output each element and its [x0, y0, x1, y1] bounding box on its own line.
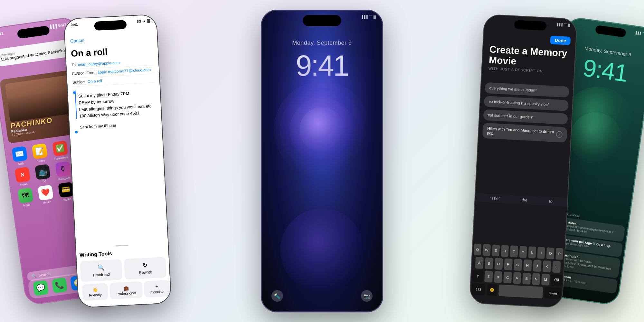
phone-4-done-button[interactable]: Done	[550, 36, 571, 45]
key-emoji[interactable]: 😊	[487, 284, 497, 296]
suggestion-the[interactable]: the	[522, 197, 528, 203]
dock-phone[interactable]: 📞	[52, 277, 68, 293]
phone-2-wt-title: Writing Tools	[80, 248, 166, 258]
key-Z[interactable]: Z	[484, 270, 493, 282]
phone-4-title-main: Create a Memory Movie	[488, 44, 569, 69]
phone-2: 9:41 5G ▲ ▓ Cancel On a roll To: brian_c…	[63, 14, 172, 308]
phone-1-time: 9:41	[0, 31, 4, 37]
flashlight-icon-circle: 🔦	[271, 290, 283, 302]
key-Q[interactable]: Q	[474, 243, 482, 255]
key-shift[interactable]: ⇧	[472, 270, 483, 282]
phone-2-wt-rewrite[interactable]: ↻ Rewrite	[124, 257, 166, 280]
key-S[interactable]: S	[485, 257, 493, 269]
rewrite-icon: ↻	[143, 262, 148, 269]
key-B[interactable]: B	[522, 272, 531, 284]
key-U[interactable]: U	[528, 246, 536, 258]
key-P[interactable]: P	[555, 248, 564, 260]
phone-4-input-bubble[interactable]: Hikes with Tim and Marie, set to dream p…	[482, 123, 567, 143]
phone-2-cancel[interactable]: Cancel	[70, 34, 152, 43]
phone-4-wifi-icon: ⌒	[564, 23, 567, 27]
keyboard-row-4: 123 😊 return	[471, 283, 562, 299]
wallet-icon: 💳	[58, 182, 74, 198]
app-podcasts[interactable]: 🎙 Podcasts	[55, 161, 72, 181]
search-placeholder: Search	[38, 271, 51, 278]
phone-3-wrapper: ▐▐▐ ⌒ ▓ Monday, September 9 9:41	[261, 10, 383, 312]
phone-icon: 📞	[52, 277, 68, 293]
app-notes-label: Notes	[37, 159, 45, 163]
phone-2-body-container: Sushi my place Friday 7PMRSVP by tomorro…	[73, 86, 156, 130]
phone-2-rewrite-label: Rewrite	[139, 270, 152, 275]
phone-2-screen: 9:41 5G ▲ ▓ Cancel On a roll To: brian_c…	[64, 14, 171, 308]
app-news[interactable]: N News	[14, 167, 31, 187]
key-X[interactable]: X	[494, 271, 502, 283]
key-space[interactable]	[498, 285, 543, 298]
dock-messages[interactable]: 💬	[33, 280, 49, 296]
phone-2-professional-label: Professional	[116, 291, 136, 296]
signal-icon: ▐▐▐	[49, 24, 57, 29]
phone-3-flashlight-icon[interactable]: 🔦	[271, 290, 283, 302]
key-G[interactable]: G	[514, 259, 522, 271]
phone-4-screen: ▐▐▐ ⌒ ▓ Done Create a Memory Movie WITH …	[470, 14, 577, 308]
key-J[interactable]: J	[533, 260, 542, 272]
key-A[interactable]: A	[475, 257, 484, 269]
app-health-label: Health	[43, 200, 51, 204]
phone-2-body-text[interactable]: Sushi my place Friday 7PMRSVP by tomorro…	[78, 89, 156, 120]
app-health[interactable]: ❤️ Health	[38, 185, 54, 205]
key-K[interactable]: K	[543, 260, 551, 272]
app-reminders[interactable]: ✅ Reminders	[52, 140, 69, 161]
news-n-icon: N	[20, 172, 25, 178]
key-I[interactable]: I	[537, 247, 545, 259]
app-maps-label: Maps	[23, 203, 30, 207]
phone-4-title-block: Create a Memory Movie WITH JUST A DESCRI…	[488, 44, 569, 74]
phone-2-wt-friendly[interactable]: 👋 Friendly	[82, 283, 109, 301]
key-O[interactable]: O	[546, 247, 554, 259]
phone-4-battery-icon: ▓	[568, 23, 570, 26]
key-L[interactable]: L	[552, 261, 561, 273]
phone-3-orbs	[274, 81, 370, 178]
key-delete[interactable]: ⌫	[551, 274, 562, 286]
app-podcasts-label: Podcasts	[58, 176, 71, 181]
key-H[interactable]: H	[523, 259, 532, 271]
phone-3: ▐▐▐ ⌒ ▓ Monday, September 9 9:41	[261, 10, 383, 312]
proofread-icon: 🔍	[97, 264, 105, 271]
key-T[interactable]: T	[510, 245, 518, 257]
reminders-icon: ✅	[52, 140, 68, 156]
phone-2-network: 5G	[137, 19, 141, 23]
phone-2-wt-professional[interactable]: 💼 Professional	[109, 281, 143, 299]
phone-2-proofread-label: Proofread	[93, 272, 110, 278]
key-Y[interactable]: Y	[519, 246, 527, 258]
phone-4-bubble-1: everything we ate in Japan*	[485, 82, 569, 98]
phone-2-status-icons: 5G ▲ ▓	[137, 19, 150, 23]
key-123[interactable]: 123	[471, 283, 486, 295]
key-D[interactable]: D	[494, 258, 503, 270]
app-notes[interactable]: 📝 Notes	[32, 143, 49, 164]
key-C[interactable]: C	[503, 271, 512, 283]
key-V[interactable]: V	[513, 272, 521, 284]
key-W[interactable]: W	[483, 244, 491, 256]
suggestion-the-quoted[interactable]: "The"	[490, 196, 500, 201]
phone-3-signal-icon: ▐▐▐	[361, 15, 367, 19]
phone-4-keyboard: Q W E R T Y U I O P A S	[470, 243, 565, 301]
phone-2-wt-proofread[interactable]: 🔍 Proofread	[80, 259, 122, 282]
app-tv[interactable]: 📺 TV	[35, 164, 52, 184]
phone-3-camera-icon[interactable]: 📷	[361, 290, 373, 302]
key-return[interactable]: return	[544, 287, 562, 299]
health-icon: ❤️	[38, 185, 54, 201]
phone-2-wt-concise[interactable]: ÷ Concise	[144, 280, 170, 298]
phone-3-wifi-icon: ⌒	[369, 14, 372, 19]
key-N[interactable]: N	[532, 273, 540, 285]
key-E[interactable]: E	[492, 244, 500, 256]
phone-2-to-address: brian_carey@apple.com	[78, 60, 120, 67]
phone-4-done-bar: Done	[550, 36, 571, 45]
app-mail[interactable]: ✉️ Mail	[12, 146, 28, 166]
suggestion-to[interactable]: to	[549, 199, 553, 204]
phone-2-email-subject: On a roll	[71, 44, 153, 59]
app-maps[interactable]: 🗺 Maps	[17, 187, 34, 208]
phone-2-from-address: apple.marcom077@icloud.com	[97, 67, 151, 75]
podcasts-icon: 🎙	[55, 161, 71, 177]
key-R[interactable]: R	[501, 245, 509, 257]
phone-2-wt-grid: 🔍 Proofread ↻ Rewrite	[80, 257, 166, 282]
key-M[interactable]: M	[541, 274, 550, 286]
phone-4-signal-icon: ▐▐▐	[556, 23, 563, 26]
key-F[interactable]: F	[504, 258, 513, 270]
